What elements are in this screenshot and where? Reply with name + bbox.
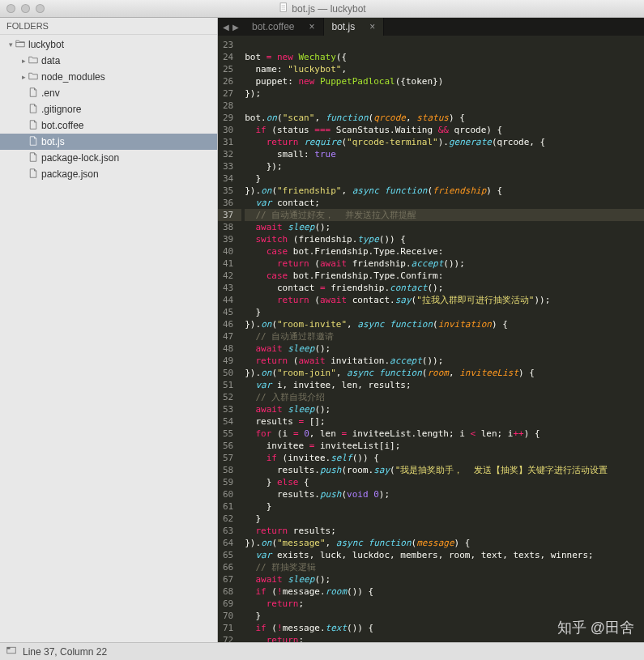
tab-bot-js[interactable]: bot.js×	[324, 18, 385, 36]
file-icon	[28, 152, 39, 164]
tab-label: bot.coffee	[252, 21, 295, 32]
code-line[interactable]: if (!message.text()) {	[245, 622, 644, 634]
code-line[interactable]: // 入群自我介绍	[245, 391, 644, 403]
file-icon	[28, 168, 39, 181]
tab-bot-coffee[interactable]: bot.coffee×	[244, 18, 324, 36]
code-line[interactable]: });	[245, 87, 644, 100]
code-line[interactable]: });	[245, 160, 644, 172]
code-line[interactable]: if (status === ScanStatus.Waiting && qrc…	[245, 124, 644, 136]
code-line[interactable]: bot = new Wechaty({	[245, 51, 644, 63]
code-line[interactable]: await sleep();	[245, 573, 644, 585]
code-line[interactable]: await sleep();	[245, 343, 644, 355]
close-tab-icon[interactable]: ×	[369, 21, 375, 32]
folder-tree: ▾luckybot▸data▸node_modules.env.gitignor…	[0, 35, 217, 642]
code-line[interactable]: await sleep();	[245, 403, 644, 415]
code-line[interactable]: results = [];	[245, 415, 644, 428]
code-line[interactable]: return;	[245, 634, 644, 642]
code-line[interactable]: return require("qrcode-terminal").genera…	[245, 136, 644, 148]
tree-item-label: .gitignore	[41, 104, 81, 115]
code-line[interactable]: if (invitee.self()) {	[245, 452, 644, 464]
tree-item--env[interactable]: .env	[0, 85, 217, 101]
code-line[interactable]: // 自动通过好友， 并发送拉入群提醒	[245, 209, 644, 221]
code-line[interactable]: }	[245, 513, 644, 525]
tree-item-luckybot[interactable]: ▾luckybot	[0, 36, 217, 53]
code-line[interactable]: case bot.Friendship.Type.Confirm:	[245, 270, 644, 282]
code-line[interactable]: }).on("room-join", async function(room, …	[245, 367, 644, 379]
code-line[interactable]: invitee = inviteeList[i];	[245, 440, 644, 452]
code-line[interactable]: results.push(room.say("我是抽奖助手， 发送【抽奖】关键字…	[245, 464, 644, 476]
tree-item-label: node_modules	[41, 71, 105, 83]
code-line[interactable]: }).on("room-invite", async function(invi…	[245, 318, 644, 330]
sidebar: FOLDERS ▾luckybot▸data▸node_modules.env.…	[0, 18, 218, 642]
code-line[interactable]: await sleep();	[245, 221, 644, 233]
tree-item-package-json[interactable]: package.json	[0, 166, 217, 182]
tree-item-bot-js[interactable]: bot.js	[0, 134, 217, 150]
close-window-button[interactable]	[6, 4, 15, 13]
tree-item-label: luckybot	[28, 39, 64, 50]
minimize-window-button[interactable]	[21, 4, 30, 13]
file-icon	[28, 87, 39, 100]
code-line[interactable]: }	[245, 610, 644, 622]
code-line[interactable]: }).on("message", async function(message)…	[245, 537, 644, 549]
tab-prev-icon[interactable]: ◀	[223, 23, 229, 32]
tree-item-label: bot.coffee	[41, 120, 84, 131]
code-line[interactable]: // 群抽奖逻辑	[245, 561, 644, 573]
code-line[interactable]: return;	[245, 598, 644, 610]
folder-icon	[28, 71, 39, 83]
close-tab-icon[interactable]: ×	[309, 21, 315, 32]
code-line[interactable]: bot.on("scan", function(qrcode, status) …	[245, 112, 644, 124]
code-line[interactable]: return (await contact.say("拉我入群即可进行抽奖活动"…	[245, 294, 644, 306]
tree-item-node_modules[interactable]: ▸node_modules	[0, 69, 217, 85]
zoom-window-button[interactable]	[36, 4, 45, 13]
file-icon	[28, 136, 39, 148]
code-line[interactable]	[245, 100, 644, 112]
file-icon	[28, 120, 39, 132]
tree-item-label: data	[41, 55, 60, 66]
tab-next-icon[interactable]: ▶	[232, 23, 239, 32]
code-line[interactable]: var exists, luck, luckdoc, members, room…	[245, 549, 644, 561]
code-line[interactable]: results.push(void 0);	[245, 488, 644, 500]
tabs-icon[interactable]	[6, 645, 16, 658]
code-area[interactable]: 2324252627282930313233343536373839404142…	[218, 36, 644, 642]
line-gutter: 2324252627282930313233343536373839404142…	[218, 36, 241, 642]
sidebar-header: FOLDERS	[0, 18, 217, 35]
code-line[interactable]: name: "luckybot",	[245, 63, 644, 75]
tree-item-bot-coffee[interactable]: bot.coffee	[0, 117, 217, 134]
code-line[interactable]: // 自动通过群邀请	[245, 330, 644, 343]
tree-item-data[interactable]: ▸data	[0, 53, 217, 69]
tab-arrows: ◀ ▶	[218, 18, 244, 36]
folder-icon	[28, 55, 39, 67]
code-line[interactable]: }).on("friendship", async function(frien…	[245, 185, 644, 197]
code-line[interactable]: var contact;	[245, 197, 644, 209]
code-line[interactable]: small: true	[245, 148, 644, 160]
titlebar: bot.js — luckybot	[0, 0, 644, 18]
code-line[interactable]: for (i = 0, len = inviteeList.length; i …	[245, 428, 644, 440]
svg-rect-5	[7, 647, 11, 649]
tree-item-package-lock-json[interactable]: package-lock.json	[0, 150, 217, 166]
code-line[interactable]: } else {	[245, 476, 644, 488]
statusbar: Line 37, Column 22	[0, 642, 644, 660]
tree-item-label: bot.js	[41, 136, 65, 147]
code-line[interactable]: }	[245, 172, 644, 185]
code-line[interactable]: var i, invitee, len, results;	[245, 379, 644, 391]
expand-arrow-icon[interactable]: ▾	[6, 40, 15, 49]
tree-item--gitignore[interactable]: .gitignore	[0, 101, 217, 117]
status-text: Line 37, Column 22	[23, 646, 107, 658]
code-line[interactable]: puppet: new PuppetPadlocal({token})	[245, 75, 644, 87]
code-line[interactable]: return (await friendship.accept());	[245, 258, 644, 270]
tab-row: ◀ ▶ bot.coffee×bot.js×	[218, 18, 644, 36]
code-line[interactable]: }	[245, 500, 644, 513]
tree-item-label: package-lock.json	[41, 152, 119, 164]
code-line[interactable]: return (await invitation.accept());	[245, 355, 644, 367]
expand-arrow-icon[interactable]: ▸	[19, 73, 28, 81]
code-line[interactable]: contact = friendship.contact();	[245, 282, 644, 294]
code-line[interactable]: case bot.Friendship.Type.Receive:	[245, 245, 644, 258]
tree-item-label: .env	[41, 87, 60, 99]
expand-arrow-icon[interactable]: ▸	[19, 57, 28, 65]
code-line[interactable]: switch (friendship.type()) {	[245, 233, 644, 245]
code-line[interactable]: }	[245, 306, 644, 318]
code-line[interactable]	[245, 39, 644, 51]
code-line[interactable]: return results;	[245, 525, 644, 537]
code-line[interactable]: if (!message.room()) {	[245, 585, 644, 598]
code-content[interactable]: bot = new Wechaty({ name: "luckybot", pu…	[241, 36, 644, 642]
